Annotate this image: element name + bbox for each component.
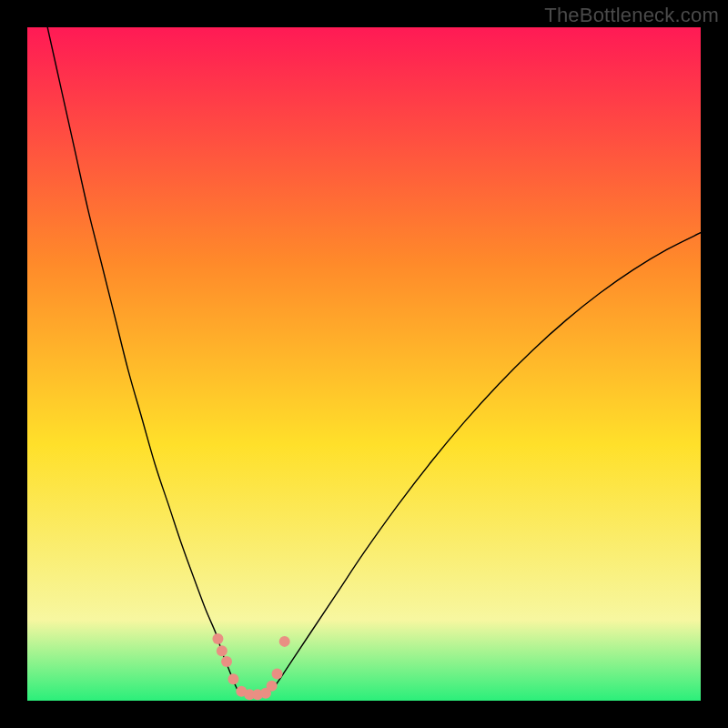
- marker-dot: [272, 668, 283, 679]
- watermark-text: TheBottleneck.com: [544, 4, 719, 27]
- bottleneck-curve-chart: [27, 27, 701, 701]
- marker-dot: [217, 645, 228, 656]
- marker-dot: [221, 656, 232, 667]
- marker-dot: [212, 633, 223, 644]
- gradient-background: [27, 27, 701, 701]
- marker-dot: [228, 673, 238, 684]
- plot-area: [27, 27, 701, 701]
- marker-dot: [267, 681, 278, 692]
- chart-frame: TheBottleneck.com: [0, 0, 728, 728]
- marker-dot: [279, 636, 290, 647]
